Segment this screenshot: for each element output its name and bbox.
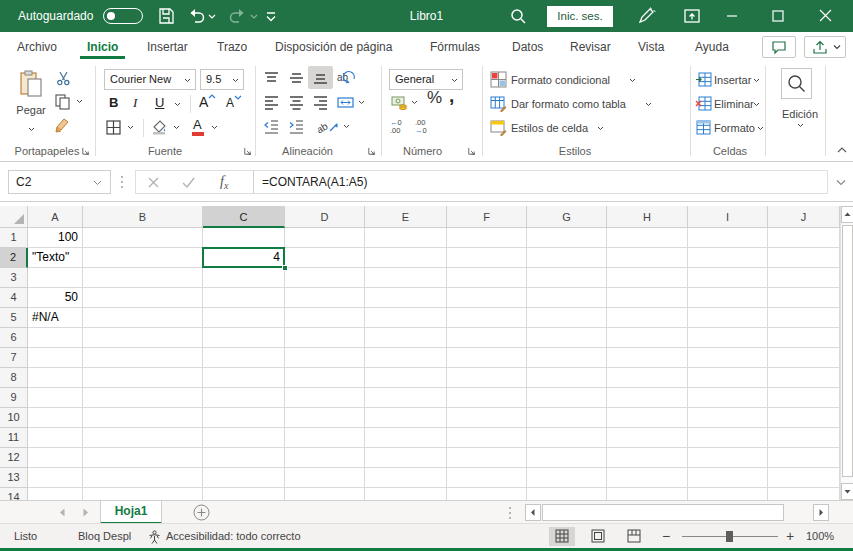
cell-E2[interactable]: [365, 248, 447, 268]
cell-J1[interactable]: [768, 228, 840, 248]
cell-G4[interactable]: [527, 288, 607, 308]
cell-B5[interactable]: [83, 308, 203, 328]
align-center-icon[interactable]: [288, 94, 305, 111]
cell-F2[interactable]: [447, 248, 527, 268]
row-header-12[interactable]: 12: [0, 448, 28, 468]
cell-I14[interactable]: [688, 488, 768, 500]
fill-color-icon[interactable]: [151, 118, 168, 135]
editing-button[interactable]: Edición: [775, 106, 825, 122]
spreadsheet-grid[interactable]: ABCDEFGHIJ11002"Texto"434505#N/A67891011…: [0, 206, 840, 500]
cell-D1[interactable]: [285, 228, 365, 248]
cell-D4[interactable]: [285, 288, 365, 308]
cell-B9[interactable]: [83, 388, 203, 408]
cell-J4[interactable]: [768, 288, 840, 308]
ribbon-display-icon[interactable]: [682, 6, 702, 26]
column-header-J[interactable]: J: [768, 206, 840, 228]
cell-I5[interactable]: [688, 308, 768, 328]
tab-trazo[interactable]: Trazo: [217, 32, 247, 62]
borders-icon[interactable]: [105, 119, 122, 136]
cell-G3[interactable]: [527, 268, 607, 288]
cell-F4[interactable]: [447, 288, 527, 308]
borders-chevron-icon[interactable]: [127, 125, 134, 130]
cell-J7[interactable]: [768, 348, 840, 368]
accounting-format-icon[interactable]: [391, 94, 408, 111]
tab-disposicion[interactable]: Disposición de página: [275, 32, 392, 62]
cell-B1[interactable]: [83, 228, 203, 248]
cell-A4[interactable]: 50: [28, 288, 83, 308]
cell-G14[interactable]: [527, 488, 607, 500]
cell-H12[interactable]: [607, 448, 688, 468]
increase-font-button[interactable]: A: [199, 93, 216, 109]
accounting-chevron-icon[interactable]: [411, 100, 418, 105]
cell-E8[interactable]: [365, 368, 447, 388]
decrease-indent-icon[interactable]: [263, 118, 280, 135]
cell-J14[interactable]: [768, 488, 840, 500]
cell-C8[interactable]: [203, 368, 285, 388]
cell-H4[interactable]: [607, 288, 688, 308]
cell-D5[interactable]: [285, 308, 365, 328]
cell-E14[interactable]: [365, 488, 447, 500]
cut-icon[interactable]: [55, 70, 72, 87]
cell-I9[interactable]: [688, 388, 768, 408]
align-middle-icon[interactable]: [288, 70, 305, 87]
row-header-7[interactable]: 7: [0, 348, 28, 368]
view-normal-button[interactable]: [549, 527, 575, 546]
decrease-decimal-icon[interactable]: .00→0: [415, 119, 437, 134]
vertical-scrollbar[interactable]: [840, 206, 853, 500]
cell-H2[interactable]: [607, 248, 688, 268]
cell-D12[interactable]: [285, 448, 365, 468]
cell-E9[interactable]: [365, 388, 447, 408]
cell-I4[interactable]: [688, 288, 768, 308]
tab-datos[interactable]: Datos: [512, 32, 543, 62]
format-painter-icon[interactable]: [54, 117, 71, 134]
cell-A9[interactable]: [28, 388, 83, 408]
cell-J2[interactable]: [768, 248, 840, 268]
scroll-down-button[interactable]: [841, 483, 853, 500]
merge-center-icon[interactable]: [337, 94, 354, 111]
cell-C3[interactable]: [203, 268, 285, 288]
cell-G13[interactable]: [527, 468, 607, 488]
underline-button[interactable]: U: [155, 95, 164, 111]
close-button[interactable]: [810, 0, 840, 32]
horizontal-scroll-thumb[interactable]: [542, 504, 784, 521]
cell-D9[interactable]: [285, 388, 365, 408]
orientation-icon[interactable]: ab: [337, 69, 357, 86]
cell-H11[interactable]: [607, 428, 688, 448]
cell-C9[interactable]: [203, 388, 285, 408]
cell-B14[interactable]: [83, 488, 203, 500]
cell-J5[interactable]: [768, 308, 840, 328]
comments-button[interactable]: [762, 36, 796, 58]
cell-B3[interactable]: [83, 268, 203, 288]
wrap-text-icon[interactable]: ab: [318, 118, 340, 135]
hscroll-right-button[interactable]: [813, 504, 829, 521]
cell-J3[interactable]: [768, 268, 840, 288]
cell-styles-chevron-icon[interactable]: [597, 126, 604, 131]
cell-J8[interactable]: [768, 368, 840, 388]
cell-G6[interactable]: [527, 328, 607, 348]
cell-I12[interactable]: [688, 448, 768, 468]
cell-F7[interactable]: [447, 348, 527, 368]
select-all-corner[interactable]: [0, 206, 28, 228]
tab-revisar[interactable]: Revisar: [570, 32, 611, 62]
cell-I2[interactable]: [688, 248, 768, 268]
cell-C14[interactable]: [203, 488, 285, 500]
delete-chevron-icon[interactable]: [753, 102, 760, 107]
cell-B10[interactable]: [83, 408, 203, 428]
percent-style-button[interactable]: %: [427, 90, 442, 106]
formula-input[interactable]: =CONTARA(A1:A5): [253, 170, 828, 194]
bold-button[interactable]: B: [109, 95, 118, 111]
cell-E12[interactable]: [365, 448, 447, 468]
cell-B8[interactable]: [83, 368, 203, 388]
cell-H5[interactable]: [607, 308, 688, 328]
cell-G7[interactable]: [527, 348, 607, 368]
row-header-1[interactable]: 1: [0, 228, 28, 248]
cell-D14[interactable]: [285, 488, 365, 500]
cell-A5[interactable]: #N/A: [28, 308, 83, 328]
cell-H6[interactable]: [607, 328, 688, 348]
cell-J10[interactable]: [768, 408, 840, 428]
cell-D13[interactable]: [285, 468, 365, 488]
tab-ayuda[interactable]: Ayuda: [695, 32, 729, 62]
cell-A2[interactable]: "Texto": [28, 248, 83, 268]
view-pagebreak-button[interactable]: [621, 527, 647, 546]
cell-B6[interactable]: [83, 328, 203, 348]
